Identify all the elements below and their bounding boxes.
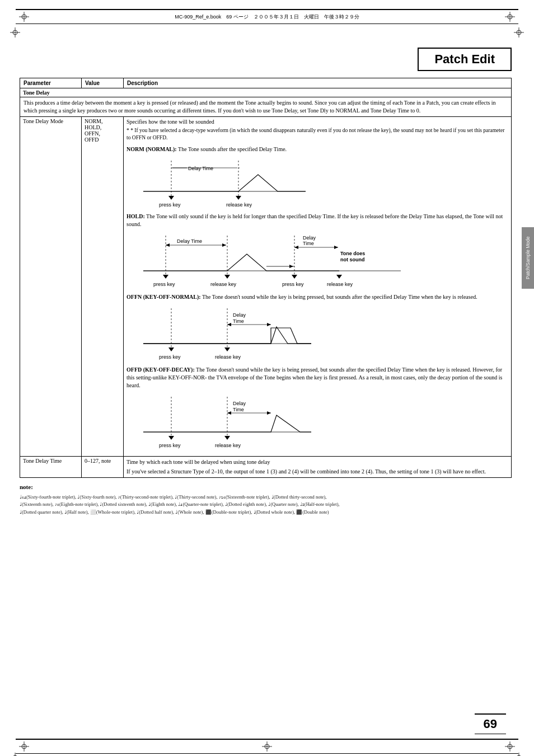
svg-marker-36 — [289, 265, 293, 268]
hold-waveform-svg: Delay Time Delay Time — [138, 233, 406, 289]
norm-bold: NORM (NORMAL): — [127, 146, 177, 152]
section-header-row: Tone Delay — [20, 88, 512, 97]
top-left-crosshair — [19, 12, 29, 22]
header-value: Value — [82, 78, 124, 88]
delay-time-desc1: Time by which each tone will be delayed … — [127, 458, 508, 466]
hold-text: The Tone will only sound if the key is h… — [127, 213, 503, 227]
specifies-line: Specifies how the tone will be sounded — [127, 119, 508, 125]
release-key-arrow — [236, 196, 241, 200]
page-number: 69 — [475, 713, 506, 734]
svg-marker-55 — [224, 348, 230, 351]
desc-tone-delay-mode: Specifies how the tone will be sounded *… — [124, 117, 512, 457]
param-tone-delay-mode: Tone Delay Mode — [20, 117, 82, 457]
table-header-row: Parameter Value Description — [20, 78, 512, 88]
corner-mark-tl — [10, 27, 20, 37]
svg-marker-51 — [227, 323, 231, 326]
svg-marker-31 — [334, 246, 338, 249]
svg-text:Time: Time — [303, 241, 314, 246]
top-border-bar: MC-909_Ref_e.book 69 ページ ２００５年３月１日 火曜日 午… — [16, 9, 518, 24]
bottom-border-bar — [16, 739, 518, 754]
note-item-1: ♩(Sixteenth note), ♪₈(Eighth-note triple… — [20, 501, 512, 509]
desc-tone-delay-time: Time by which each tone will be delayed … — [124, 456, 512, 477]
svg-marker-26 — [222, 243, 226, 247]
note-item-2: ♩(Dotted quarter note), ♩(Half note), ⬜(… — [20, 509, 512, 516]
header-parameter: Parameter — [20, 78, 82, 88]
corner-marks-row — [10, 27, 524, 37]
svg-text:Delay: Delay — [233, 401, 246, 406]
hold-bold: HOLD: — [127, 213, 145, 219]
norm-waveform-svg: Delay Time — [138, 158, 317, 208]
header-description: Description — [124, 78, 512, 88]
svg-text:release key: release key — [215, 354, 241, 360]
svg-marker-41 — [336, 275, 342, 279]
svg-marker-25 — [166, 243, 170, 247]
asterisk-note: * * If you have selected a decay-type wa… — [127, 127, 508, 142]
top-right-crosshair — [505, 12, 515, 22]
hold-desc: HOLD: The Tone will only sound if the ke… — [127, 213, 508, 228]
svg-text:Delay: Delay — [303, 235, 316, 241]
svg-marker-54 — [168, 348, 174, 351]
offn-bold: OFFN (KEY-OFF-NORMAL): — [127, 294, 201, 300]
corner-mark-tr — [514, 27, 524, 37]
offd-bold: OFFD (KEY-OFF-DECAY): — [127, 367, 195, 373]
note-items: ♩₆₄(Sixty-fourth-note triplet), ♩(Sixty-… — [20, 494, 512, 516]
value-tone-delay-time: 0–127, note — [82, 456, 124, 477]
offd-waveform: Delay Time — [138, 394, 508, 450]
intro-row: This produces a time delay between the m… — [20, 97, 512, 117]
note-title: note: — [20, 483, 512, 490]
svg-text:Delay Time: Delay Time — [177, 238, 202, 244]
svg-text:Time: Time — [233, 407, 244, 412]
offd-waveform-svg: Delay Time — [138, 394, 317, 450]
offn-waveform: Delay Time — [138, 306, 508, 361]
svg-text:press key: press key — [153, 281, 175, 287]
offn-text: The Tone doesn't sound while the key is … — [201, 294, 477, 300]
svg-text:not sound: not sound — [340, 257, 365, 262]
side-tab: Patch/Sample Mode — [522, 227, 534, 289]
page-container: MC-909_Ref_e.book 69 ページ ２００５年３月１日 火曜日 午… — [0, 9, 534, 756]
offn-waveform-svg: Delay Time — [138, 306, 317, 361]
main-table: Parameter Value Description Tone Delay T… — [20, 78, 512, 478]
hold-waveform: Delay Time Delay Time — [138, 233, 508, 289]
header-file-info: MC-909_Ref_e.book 69 ページ ２００５年３月１日 火曜日 午… — [175, 13, 359, 21]
svg-marker-38 — [163, 275, 168, 279]
param-tone-delay-time: Tone Delay Time — [20, 456, 82, 477]
svg-marker-67 — [224, 436, 230, 440]
main-content: Parameter Value Description Tone Delay T… — [20, 78, 512, 478]
bottom-right-crosshair — [505, 741, 515, 752]
svg-marker-40 — [292, 275, 297, 279]
norm-waveform: Delay Time — [138, 158, 508, 208]
note-section: note: ♩₆₄(Sixty-fourth-note triplet), ♩(… — [20, 483, 512, 516]
svg-text:release key: release key — [215, 443, 241, 448]
svg-marker-52 — [267, 323, 271, 326]
section-header-cell: Tone Delay — [20, 88, 512, 97]
svg-text:press key: press key — [282, 281, 304, 287]
corner-mark-br — [514, 753, 524, 756]
svg-text:press key: press key — [159, 202, 181, 208]
title-section: Patch Edit — [22, 48, 512, 71]
bottom-left-crosshair — [19, 741, 29, 752]
delay-time-label: Delay Time — [188, 166, 213, 171]
svg-text:release key: release key — [327, 281, 353, 287]
corner-mark-bl — [10, 753, 20, 756]
svg-text:Time: Time — [233, 318, 244, 324]
norm-text: The Tone sounds after the specified Dela… — [177, 146, 287, 152]
svg-text:press key: press key — [159, 443, 181, 448]
tone-delay-mode-row: Tone Delay Mode NORM, HOLD, OFFN, OFFD S… — [20, 117, 512, 457]
svg-marker-30 — [294, 246, 298, 249]
bottom-corner-marks — [10, 753, 524, 756]
page-title: Patch Edit — [418, 48, 512, 71]
press-key-arrow — [168, 196, 174, 200]
offn-desc: OFFN (KEY-OFF-NORMAL): The Tone doesn't … — [127, 293, 508, 301]
svg-marker-39 — [224, 275, 230, 279]
norm-desc: NORM (NORMAL): The Tone sounds after the… — [127, 145, 508, 153]
delay-time-desc2: If you've selected a Structure Type of 2… — [127, 468, 508, 476]
svg-text:Delay: Delay — [233, 312, 246, 318]
svg-marker-64 — [267, 411, 271, 415]
note-item-0: ♩₆₄(Sixty-fourth-note triplet), ♩(Sixty-… — [20, 494, 512, 501]
svg-text:release key: release key — [210, 281, 237, 287]
offd-desc: OFFD (KEY-OFF-DECAY): The Tone doesn't s… — [127, 366, 508, 389]
svg-marker-63 — [227, 411, 231, 415]
intro-cell: This produces a time delay between the m… — [20, 97, 512, 117]
svg-text:press key: press key — [159, 354, 181, 360]
bottom-center-crosshair — [262, 741, 272, 752]
